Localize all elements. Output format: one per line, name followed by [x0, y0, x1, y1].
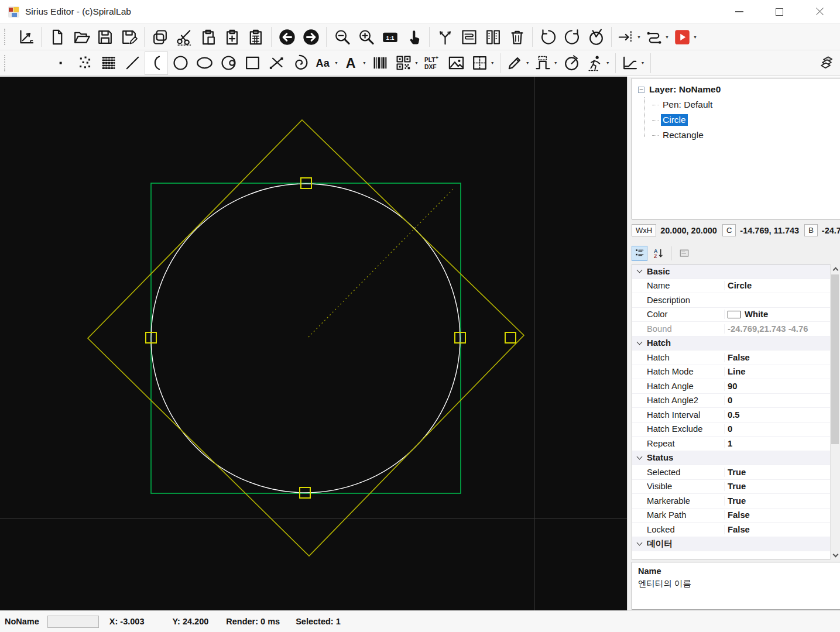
delay-settings-button[interactable] — [560, 51, 584, 75]
split-path-button[interactable] — [433, 25, 457, 49]
property-value[interactable]: -24.769,21.743 -4.76 — [724, 324, 840, 334]
dropdown-caret-icon[interactable]: ▼ — [554, 61, 558, 65]
circle-tool-button[interactable] — [169, 51, 192, 75]
canvas-background[interactable] — [0, 77, 627, 610]
tree-item-rectangle[interactable]: Rectangle — [638, 128, 840, 143]
pulse-settings-button[interactable]: ▼ — [532, 51, 560, 75]
property-value[interactable]: Circle — [724, 281, 840, 290]
dropdown-caret-icon[interactable]: ▼ — [491, 61, 495, 65]
property-value[interactable]: False — [724, 510, 840, 520]
zoom-out-button[interactable] — [330, 25, 354, 49]
cut-button[interactable] — [172, 25, 196, 49]
property-value[interactable]: 0 — [724, 396, 840, 405]
points-matrix-tool-button[interactable] — [97, 51, 120, 75]
dropdown-caret-icon[interactable]: ▼ — [414, 61, 419, 65]
category-chevron[interactable] — [632, 457, 647, 459]
toolbar-grip[interactable] — [4, 55, 9, 71]
barcode-tool-button[interactable] — [369, 51, 392, 75]
property-row-bound[interactable]: Bound-24.769,21.743 -4.76 — [632, 322, 840, 336]
scrollbar-thumb[interactable] — [831, 274, 839, 444]
motion-settings-button[interactable]: ▼ — [584, 51, 612, 75]
save-button[interactable] — [93, 25, 116, 49]
open-file-button[interactable] — [69, 25, 92, 49]
property-value[interactable]: 0 — [724, 424, 840, 434]
new-file-button[interactable] — [45, 25, 68, 49]
columns-button[interactable] — [481, 25, 505, 49]
tree-collapse-icon[interactable]: – — [638, 87, 644, 93]
app-icon[interactable] — [8, 6, 19, 18]
close-button[interactable] — [800, 0, 840, 23]
property-category-hatch[interactable]: Hatch — [632, 336, 840, 351]
property-value[interactable]: 0.5 — [724, 410, 840, 420]
measure-button[interactable] — [584, 25, 608, 49]
matrix-table-button[interactable]: ▼ — [469, 51, 496, 75]
import-plt-dxf-button[interactable]: PLT+DXF — [421, 51, 444, 75]
dropdown-caret-icon[interactable]: ▼ — [637, 35, 641, 39]
dropdown-caret-icon[interactable]: ▼ — [526, 61, 530, 65]
alphabetical-sort-button[interactable]: AZ — [650, 246, 666, 261]
property-row-hatch-angle[interactable]: Hatch Angle90 — [632, 379, 840, 394]
align-button[interactable] — [457, 25, 481, 49]
tree-item-circle[interactable]: Circle — [638, 112, 840, 128]
layers-button[interactable] — [814, 51, 838, 75]
arc-tool-button[interactable] — [145, 51, 168, 75]
scroll-up-button[interactable] — [831, 264, 840, 274]
categorized-view-button[interactable] — [632, 246, 647, 261]
run-marking-button[interactable]: ▼ — [671, 25, 699, 49]
polyline-tool-button[interactable] — [265, 51, 288, 75]
category-chevron[interactable] — [632, 342, 647, 344]
property-row-color[interactable]: ColorWhite — [632, 308, 840, 322]
line-tool-button[interactable] — [121, 51, 144, 75]
plot-area-button[interactable] — [14, 25, 37, 49]
copy-button[interactable] — [148, 25, 172, 49]
property-row-hatch-interval[interactable]: Hatch Interval0.5 — [632, 408, 840, 423]
rectangle-tool-button[interactable] — [241, 51, 264, 75]
property-row-hatch-angle2[interactable]: Hatch Angle20 — [632, 394, 840, 408]
dropdown-caret-icon[interactable]: ▼ — [334, 61, 338, 65]
canvas-svg[interactable] — [0, 77, 627, 610]
property-value[interactable]: White — [724, 310, 840, 319]
character-tool-button[interactable]: A▼ — [341, 51, 368, 75]
dropdown-caret-icon[interactable]: ▼ — [665, 35, 669, 39]
property-row-description[interactable]: Description — [632, 293, 840, 308]
rotate-ccw-button[interactable] — [536, 25, 560, 49]
points-random-tool-button[interactable] — [73, 51, 96, 75]
drawing-canvas[interactable] — [0, 77, 627, 610]
property-value[interactable]: True — [724, 468, 840, 477]
property-row-selected[interactable]: SelectedTrue — [632, 465, 840, 480]
paste-add-button[interactable] — [220, 25, 244, 49]
category-chevron[interactable] — [632, 270, 647, 272]
property-row-repeat[interactable]: Repeat1 — [632, 437, 840, 451]
property-category-status[interactable]: Status — [632, 451, 840, 466]
ramp-settings-button[interactable]: ▼ — [619, 51, 647, 75]
pan-button[interactable] — [402, 25, 426, 49]
zoom-in-button[interactable] — [354, 25, 378, 49]
redo-button[interactable] — [299, 25, 323, 49]
maximize-button[interactable] — [759, 0, 800, 23]
property-value[interactable]: Line — [724, 367, 840, 376]
property-row-mark-path[interactable]: Mark PathFalse — [632, 509, 840, 523]
minimize-button[interactable] — [719, 0, 759, 23]
point-tool-button[interactable] — [49, 51, 72, 75]
undo-button[interactable] — [275, 25, 299, 49]
property-grid-scrollbar[interactable] — [830, 264, 840, 560]
property-row-visible[interactable]: VisibleTrue — [632, 480, 840, 494]
property-value[interactable]: 90 — [724, 382, 840, 391]
tree-item-pen-default[interactable]: Pen: Default — [638, 97, 840, 112]
property-value[interactable]: False — [724, 525, 840, 534]
text-tool-button[interactable]: Aa▼ — [313, 51, 340, 75]
dropdown-caret-icon[interactable]: ▼ — [693, 35, 697, 39]
property-category-데이터[interactable]: 데이터 — [632, 537, 840, 552]
property-row-markerable[interactable]: MarkerableTrue — [632, 494, 840, 509]
paste-special-button[interactable] — [244, 25, 268, 49]
property-value[interactable]: False — [724, 353, 840, 362]
trepan-tool-button[interactable] — [217, 51, 240, 75]
property-category-basic[interactable]: Basic — [632, 265, 840, 279]
property-row-hatch[interactable]: HatchFalse — [632, 351, 840, 365]
rotate-cw-button[interactable] — [560, 25, 584, 49]
scroll-down-button[interactable] — [831, 550, 840, 560]
guide-arrow-button[interactable]: ▼ — [615, 25, 643, 49]
dropdown-caret-icon[interactable]: ▼ — [362, 61, 366, 65]
tree-item-layer-root[interactable]: – Layer: NoName0 — [638, 82, 840, 97]
property-row-hatch-mode[interactable]: Hatch ModeLine — [632, 365, 840, 380]
